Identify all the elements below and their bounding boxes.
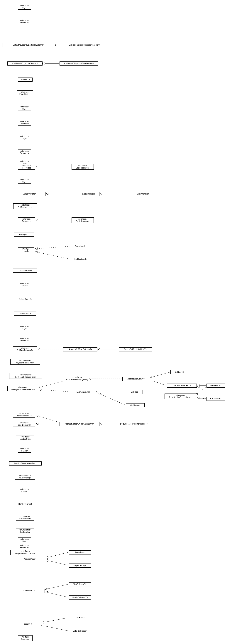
node-basicresources-1[interactable]: «interface»BasicResources <box>72 164 94 170</box>
node-pagesizepager[interactable]: PageSizePager <box>69 564 91 568</box>
node-builder[interactable]: Builder<T> <box>18 78 33 82</box>
node-style-7[interactable]: «interface»Style <box>18 538 31 543</box>
node-basicresources-2[interactable]: «interface»BasicResources <box>72 218 94 223</box>
node-celltablebuilder[interactable]: «interface»CellTableBuilder<T> <box>13 346 37 352</box>
node-pagerfactory[interactable]: «interface»PagerFactory <box>17 90 33 96</box>
node-imagebuttonsconstants[interactable]: «interface»ImageButtonsConstants <box>10 550 40 555</box>
node-resources-5[interactable]: «interface»Resources <box>18 218 35 223</box>
node-cellbasedwidgetimplstandardbase[interactable]: CellBasedWidgetImplStandardBase <box>60 62 98 66</box>
node-abstracthasdata[interactable]: AbstractHasData<T> <box>123 377 150 381</box>
svg-line-7 <box>35 252 70 259</box>
node-treenode[interactable]: «interface»TreeNode <box>18 635 33 641</box>
node-abstractpager[interactable]: AbstractPager <box>14 557 45 561</box>
node-resources-2[interactable]: «interface»Resources <box>18 120 31 126</box>
svg-line-17 <box>197 398 206 399</box>
node-columnsortevent[interactable]: ColumnSortEvent <box>13 268 37 272</box>
node-nodeanimation[interactable]: NodeAnimation <box>14 192 46 196</box>
node-header[interactable]: Header<H> <box>14 622 41 626</box>
node-slideanimation[interactable]: SlideAnimation <box>132 192 154 196</box>
node-cellwidget[interactable]: CellWidget<C> <box>14 232 34 237</box>
node-keyboardpagingpolicy[interactable]: «enumeration»KeyboardPagingPolicy <box>10 359 40 364</box>
node-textheader[interactable]: TextHeader <box>69 616 91 620</box>
node-loadingstatechangeevent[interactable]: LoadingStateChangeEvent <box>9 462 42 466</box>
svg-line-6 <box>35 246 70 249</box>
node-haskeyboardpagingpolicy[interactable]: «interface»HasKeyboardPagingPolicy <box>65 376 89 381</box>
node-cellbasedwidgetimplstandard[interactable]: CellBasedWidgetImplStandard <box>8 62 43 66</box>
svg-line-28 <box>42 625 68 631</box>
node-cellbrowser[interactable]: CellBrowser <box>126 403 145 407</box>
node-footerbuilder[interactable]: «interface»FooterBuilder<T> <box>13 421 35 427</box>
svg-line-26 <box>45 592 68 597</box>
node-celltreemessages[interactable]: «interface»CellTreeMessages <box>13 204 37 209</box>
node-hoveringscope[interactable]: «enumeration»HoveringScope <box>15 474 35 480</box>
node-resources-7[interactable]: «interface»Resources <box>18 544 31 549</box>
svg-line-13 <box>151 372 170 378</box>
node-style-6[interactable]: «interface»Style <box>18 325 31 330</box>
node-revealanimation[interactable]: RevealAnimation <box>76 192 99 196</box>
node-celltable-keyboard-selection-handler[interactable]: CellTableKeyboardSelectionHandler<T> <box>67 43 104 47</box>
node-asynchandler[interactable]: AsyncHandler <box>71 244 91 248</box>
node-rowstyles[interactable]: «interface»RowStyles<T> <box>16 515 34 520</box>
node-handler-2[interactable]: «interface»Handler <box>18 447 31 452</box>
diagram-edges <box>0 0 242 644</box>
node-haskeyboardselectionpolicy[interactable]: «interface»HasKeyboardSelectionPolicy <box>8 386 38 391</box>
node-delegate[interactable]: «interface»Delegate <box>18 282 31 288</box>
svg-line-12 <box>39 390 70 392</box>
node-textcolumn[interactable]: TextColumn<T> <box>69 582 91 586</box>
node-listhandler[interactable]: ListHandler<T> <box>71 257 91 261</box>
node-headerbuilder[interactable]: «interface»HeaderBuilder<T> <box>13 412 35 418</box>
node-simplepager[interactable]: SimplePager <box>69 550 91 554</box>
node-celltree[interactable]: CellTree <box>126 390 143 394</box>
node-rowhoverevent[interactable]: RowHoverEvent <box>14 502 36 506</box>
node-datagrid[interactable]: DataGrid<T> <box>206 384 225 388</box>
node-identitycolumn[interactable]: IdentityColumn<T> <box>69 596 91 600</box>
node-handler-1[interactable]: «interface»Handler <box>18 247 34 253</box>
node-textlocation[interactable]: «enumeration»TextLocation <box>16 528 34 534</box>
node-resources-4[interactable]: «interface»Resources <box>18 164 35 170</box>
node-abstractcelltree[interactable]: AbstractCellTree <box>71 390 95 394</box>
node-defaultcelltablebuilder[interactable]: DefaultCellTableBuilder<T> <box>119 348 152 352</box>
svg-line-27 <box>42 618 68 623</box>
svg-line-25 <box>45 584 68 589</box>
svg-line-24 <box>46 560 68 565</box>
node-style-2[interactable]: «interface»Style <box>18 105 31 111</box>
node-default-keyboard-selection-handler[interactable]: DefaultKeyboardSelectionHandler<T> <box>3 43 54 47</box>
svg-line-23 <box>46 552 68 558</box>
node-resources-3[interactable]: «interface»Resources <box>18 150 31 155</box>
node-style-5[interactable]: «interface»Style <box>18 178 31 184</box>
svg-line-20 <box>36 415 59 422</box>
svg-line-14 <box>151 380 166 386</box>
node-celllist[interactable]: CellList<T> <box>170 370 189 374</box>
node-resources-6[interactable]: «interface»Resources <box>18 337 31 342</box>
node-columnsortinfo[interactable]: ColumnSortInfo <box>14 297 36 301</box>
svg-line-11 <box>39 380 67 388</box>
node-columnsortlist[interactable]: ColumnSortList <box>14 312 36 316</box>
node-safehtmlheader[interactable]: SafeHtmlHeader <box>69 629 91 633</box>
node-defaultheaderorfooterbuilder[interactable]: DefaultHeaderOrFooterBuilder<T> <box>115 422 154 426</box>
node-abstractcelltablebuilder[interactable]: AbstractCellTableBuilder<T> <box>63 348 97 352</box>
node-abstractheaderorfooterbuilder[interactable]: AbstractHeaderOrFooterBuilder<T> <box>60 422 99 426</box>
node-celltable[interactable]: CellTable<T> <box>206 397 225 401</box>
node-column[interactable]: Column<T, C> <box>14 589 45 593</box>
node-loadingstate[interactable]: «interface»LoadingState <box>16 435 34 441</box>
node-style-1[interactable]: «interface»Style <box>18 4 31 10</box>
node-style-3[interactable]: «interface»Style <box>18 135 31 140</box>
svg-line-19 <box>98 393 126 405</box>
node-handler-3[interactable]: «interface»Handler <box>18 488 31 493</box>
node-tablesectionchangehandler[interactable]: «interface»TableSectionChangeHandler <box>165 394 197 399</box>
node-resources-1[interactable]: «interface»Resources <box>18 19 31 24</box>
uml-diagram-canvas: «interface»Style «interface»Resources De… <box>0 0 242 644</box>
svg-line-16 <box>196 387 206 395</box>
node-keyboardselectionpolicy[interactable]: «enumeration»KeyboardSelectionPolicy <box>9 373 42 379</box>
node-abstractcelltable[interactable]: AbstractCellTable<T> <box>167 384 197 388</box>
